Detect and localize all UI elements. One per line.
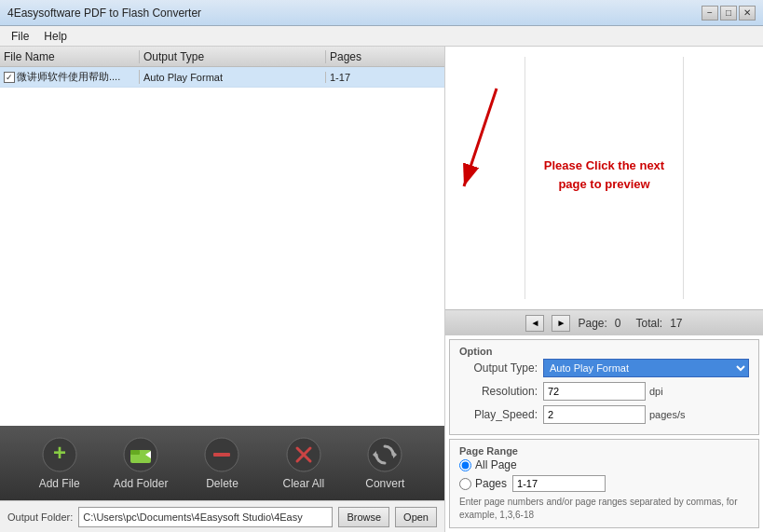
open-button[interactable]: Open [395,507,437,527]
add-file-button[interactable]: + Add File [32,436,88,490]
right-panel: Please Click the next page to preview [445,47,763,532]
output-type-row: Output Type: Auto Play Format [459,359,749,377]
svg-text:+: + [53,440,66,465]
pages-input[interactable] [512,475,606,492]
clear-all-label: Clear All [283,477,325,490]
page-range-panel: Page Range All Page Pages Enter page num… [449,439,759,528]
window-controls: − □ ✕ [702,6,756,20]
table-row[interactable]: 微讲师软件使用帮助.... Auto Play Format 1-17 [0,67,444,88]
total-label: Total: [636,317,663,330]
resolution-unit: dpi [649,386,663,397]
preview-content: Please Click the next page to preview [445,47,763,309]
all-page-label: All Page [475,458,517,471]
next-page-button[interactable]: ► [552,315,570,332]
clear-all-icon [285,436,322,473]
convert-label: Convert [365,477,404,490]
page-label: Page: [578,317,606,330]
main-content: File Name Output Type Pages 微讲师软件使用帮助...… [0,47,763,532]
output-path-input[interactable] [78,507,333,527]
page-range-hint: Enter page numbers and/or page ranges se… [459,496,749,522]
table-body: 微讲师软件使用帮助.... Auto Play Format 1-17 [0,67,444,88]
add-folder-button[interactable]: Add Folder [113,436,169,490]
total-value: 17 [670,317,682,330]
clear-all-button[interactable]: Clear All [276,436,332,490]
convert-icon [366,436,403,473]
svg-rect-4 [130,450,140,455]
menu-bar: File Help [0,26,763,47]
svg-rect-7 [213,453,230,457]
col-header-pages: Pages [326,50,401,63]
add-file-icon: + [41,436,78,473]
play-speed-row: Play_Speed: pages/s [459,405,749,424]
play-speed-input[interactable] [543,405,646,424]
maximize-button[interactable]: □ [720,6,737,20]
output-folder-bar: Output Folder: Browse Open [0,500,444,532]
minimize-button[interactable]: − [702,6,718,20]
delete-label: Delete [206,477,238,490]
output-type-select[interactable]: Auto Play Format [543,359,749,377]
all-page-radio[interactable] [459,459,471,471]
filename-text: 微讲师软件使用帮助.... [17,70,120,84]
page-value: 0 [615,317,621,330]
menu-help[interactable]: Help [36,28,75,45]
preview-nav: ◄ ► Page: 0 Total: 17 [445,309,763,335]
options-group-label: Option [459,346,749,357]
file-checkbox[interactable] [4,72,15,83]
pages-row: Pages [459,475,749,492]
col-header-output: Output Type [140,50,326,63]
table-header: File Name Output Type Pages [0,47,444,67]
close-button[interactable]: ✕ [739,6,756,20]
play-speed-unit: pages/s [649,409,686,420]
add-file-label: Add File [39,477,80,490]
delete-icon [203,436,240,473]
output-folder-label: Output Folder: [7,512,73,523]
file-output-type: Auto Play Format [140,72,326,83]
preview-area: Please Click the next page to preview [445,47,763,335]
resolution-input[interactable] [543,382,646,401]
window-title: 4Easysoftware PDF to Flash Converter [7,7,201,20]
prev-page-button[interactable]: ◄ [525,315,544,332]
title-bar: 4Easysoftware PDF to Flash Converter − □… [0,0,763,26]
file-filename: 微讲师软件使用帮助.... [0,70,140,84]
col-header-filename: File Name [0,50,140,63]
all-page-row: All Page [459,458,749,471]
preview-message: Please Click the next page to preview [544,157,664,193]
file-table: File Name Output Type Pages 微讲师软件使用帮助...… [0,47,444,426]
add-folder-icon [122,436,159,473]
add-folder-label: Add Folder [114,477,169,490]
delete-button[interactable]: Delete [194,436,250,490]
menu-file[interactable]: File [4,28,36,45]
toolbar: + Add File Add Folder [0,426,444,500]
file-pages: 1-17 [326,72,401,83]
pages-radio[interactable] [459,478,471,490]
play-speed-label: Play_Speed: [459,408,543,421]
options-panel: Option Output Type: Auto Play Format Res… [449,339,759,435]
pages-label: Pages [475,477,507,490]
resolution-row: Resolution: dpi [459,382,749,401]
output-type-label: Output Type: [459,361,543,375]
page-range-label: Page Range [459,445,749,457]
left-panel: File Name Output Type Pages 微讲师软件使用帮助...… [0,47,445,532]
browse-button[interactable]: Browse [338,507,389,527]
convert-button[interactable]: Convert [357,436,413,490]
resolution-label: Resolution: [459,385,543,398]
